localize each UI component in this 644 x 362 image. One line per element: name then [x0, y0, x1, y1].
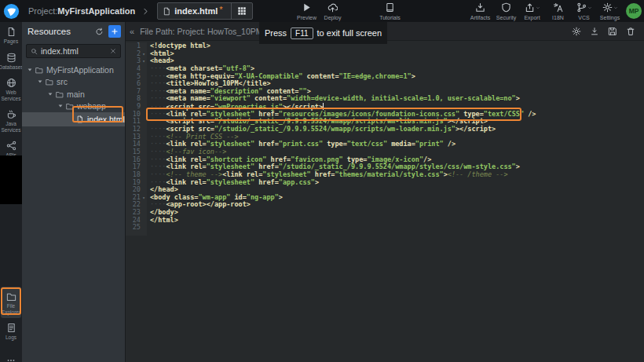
folder-icon: [6, 291, 16, 302]
folder-icon: [56, 90, 64, 98]
sidebar-item-pages[interactable]: Pages: [0, 22, 22, 48]
caret-down-icon[interactable]: [57, 103, 64, 109]
grid-icon[interactable]: [232, 6, 252, 16]
sidebar-top-items: PagesDatabasesWeb ServicesJava ServicesA…: [0, 22, 22, 162]
collapse-panel-icon[interactable]: «: [130, 27, 134, 36]
sidebar-spacer: [0, 155, 22, 204]
caret-down-icon[interactable]: [47, 91, 53, 97]
line-number-gutter: 12▾3▾456789101112131415161718192021▾2223…: [126, 42, 147, 236]
fold-toggle[interactable]: ▾: [141, 57, 147, 65]
chevron-down-icon: [536, 5, 540, 10]
user-avatar[interactable]: MP: [626, 3, 642, 19]
folder-icon: [66, 102, 74, 110]
chevron-down-icon: [613, 5, 618, 10]
ellipsis-icon: [6, 354, 16, 362]
topbar-button-artifacts[interactable]: Artifacts: [467, 2, 493, 20]
fold-toggle[interactable]: ▾: [141, 50, 147, 58]
code-line-22[interactable]: ····<app-root></app-root>: [150, 201, 644, 209]
sidebar-bottom-items: File ExplorerLogs: [0, 287, 22, 362]
folder-icon: [46, 78, 53, 86]
gear-icon[interactable]: [572, 27, 581, 36]
plug-icon: [6, 141, 16, 151]
topbar-button-security[interactable]: Security: [493, 2, 519, 20]
notification-prefix: Press: [265, 28, 287, 38]
topbar-button-i18n[interactable]: I18N: [545, 2, 571, 20]
save-icon[interactable]: [608, 27, 617, 36]
search-input[interactable]: [38, 46, 110, 56]
topbar-button-deploy[interactable]: Deploy: [320, 2, 346, 20]
sidebar-bottom-group: File ExplorerLogs: [0, 287, 22, 344]
topbar-actions-left: PreviewDeployTutorials: [294, 2, 403, 20]
shield-icon: [501, 2, 511, 13]
tree-label: webapp: [77, 101, 106, 111]
sidebar-item-web-services[interactable]: Web Services: [0, 73, 22, 104]
tree-row-myfirstapplication[interactable]: MyFirstApplication: [22, 64, 125, 76]
tree-label: src: [57, 77, 68, 86]
project-breadcrumb: Project:MyFirstApplication: [28, 6, 135, 16]
left-sidebar: PagesDatabasesWeb ServicesJava ServicesA…: [0, 22, 22, 362]
export-up-icon: [525, 2, 540, 13]
fullscreen-notification: Press F11 to exit full screen: [259, 22, 387, 44]
search-icon: [31, 48, 38, 55]
tab-label: index.html: [174, 6, 218, 16]
topbar-button-preview[interactable]: Preview: [294, 2, 320, 20]
download-icon[interactable]: [590, 27, 599, 36]
tree-row-index-html[interactable]: index.html: [22, 112, 125, 126]
code-line-8[interactable]: ····<meta name="viewport" content="width…: [150, 95, 644, 103]
topbar-button-export[interactable]: Export: [519, 2, 545, 20]
code-line-1[interactable]: <!doctype html>: [150, 42, 644, 50]
file-icon: [76, 115, 84, 123]
resources-title: Resources: [27, 27, 95, 36]
globe-icon: [6, 78, 16, 88]
database-icon: [6, 53, 16, 63]
tab-index-html[interactable]: index.html *: [157, 2, 252, 20]
code-line-25[interactable]: [150, 224, 644, 232]
code-area[interactable]: <!doctype html><html><head>····<meta cha…: [150, 42, 644, 232]
code-line-19[interactable]: ····<link rel="stylesheet" href="app.css…: [150, 179, 644, 187]
code-line-23[interactable]: </body>: [150, 209, 644, 217]
trash-icon[interactable]: [626, 27, 635, 36]
project-name: MyFirstApplication: [57, 6, 135, 16]
topbar-button-tutorials[interactable]: Tutorials: [377, 2, 403, 20]
chevron-right-icon: [141, 7, 150, 16]
topbar-button-vcs[interactable]: VCS: [571, 2, 597, 20]
code-line-24[interactable]: </html>: [150, 217, 644, 225]
sidebar-item-databases[interactable]: Databases: [0, 48, 22, 74]
wavemaker-logo-icon: [3, 3, 20, 20]
code-line-2[interactable]: <html>: [150, 50, 644, 58]
sidebar-item-file-explorer[interactable]: File Explorer: [1, 287, 21, 318]
file-icon: [158, 7, 174, 16]
tree-row-webapp[interactable]: webapp: [22, 101, 125, 113]
clear-search-icon[interactable]: [110, 48, 116, 54]
sidebar-item-logs[interactable]: Logs: [0, 318, 22, 344]
tree-row-main[interactable]: main: [22, 88, 125, 101]
plus-icon: [111, 24, 119, 38]
topbar-button-settings[interactable]: Settings: [597, 2, 623, 20]
refresh-icon[interactable]: [95, 27, 104, 36]
play-icon: [302, 2, 312, 13]
file-tree: MyFirstApplicationsrcmainwebappindex.htm…: [22, 64, 125, 126]
caret-down-icon[interactable]: [37, 79, 43, 85]
ide-window: Project:MyFirstApplication index.html * …: [0, 0, 644, 362]
line-number-25: 25: [126, 224, 147, 232]
tray-down-icon: [475, 2, 485, 13]
fold-toggle[interactable]: ▾: [141, 194, 147, 202]
branch-icon: [576, 2, 592, 13]
i18n-icon: [553, 2, 563, 13]
topbar-actions-right: ArtifactsSecurityExportI18NVCSSettings: [467, 2, 623, 20]
page-icon: [6, 27, 16, 37]
caret-down-icon[interactable]: [27, 67, 33, 73]
folder-icon: [35, 66, 43, 74]
resources-header: Resources: [22, 22, 125, 39]
sidebar-item-java-services[interactable]: Java Services: [0, 104, 22, 136]
cloud-up-icon: [327, 2, 338, 13]
tree-row-src[interactable]: src: [22, 76, 125, 89]
editor-toolbar-icons: [572, 27, 644, 36]
tree-label: index.html: [87, 115, 125, 124]
code-editor[interactable]: 12▾3▾456789101112131415161718192021▾2223…: [126, 41, 644, 362]
text-cursor: [323, 103, 324, 110]
book-icon: [385, 2, 395, 13]
tree-label: MyFirstApplication: [46, 65, 114, 75]
more-menu-button[interactable]: [0, 354, 22, 362]
add-resource-button[interactable]: [108, 25, 121, 38]
